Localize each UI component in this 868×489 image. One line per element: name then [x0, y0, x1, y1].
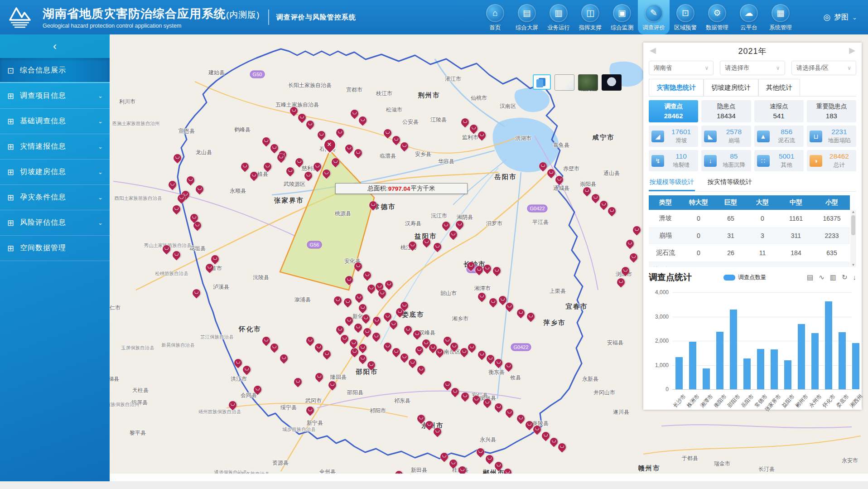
- big-screen-icon: ▤: [518, 4, 536, 22]
- place-label: 资源县: [272, 459, 289, 467]
- refresh-icon[interactable]: ↻: [842, 273, 848, 281]
- eye-icon[interactable]: ◎: [823, 12, 830, 22]
- top-nav: ⌂ 首页▤ 综合大屏▥ 业务运行◫ 指挥支撑▣ 综合监测✎ 调查评价⊡ 区域预警…: [479, 0, 796, 34]
- city-select[interactable]: 请选择市∨: [720, 61, 785, 75]
- chart-legend[interactable]: 调查点数量: [723, 274, 767, 281]
- place-label: 新晃侗族自治县: [161, 342, 195, 349]
- app-header: 湖南省地质灾害防治综合应用系统(内测版) Geological hazard p…: [0, 0, 868, 34]
- land-settlement-icon: ↓: [704, 155, 717, 167]
- ground-fissure-icon: ↯: [651, 155, 664, 167]
- place-label: 洪江市: [231, 375, 247, 383]
- x-axis-tick: 益阳市: [781, 393, 796, 409]
- prev-year-arrow[interactable]: ◀: [650, 45, 656, 55]
- tab-hazard-stats[interactable]: 灾害隐患统计: [649, 79, 704, 96]
- line-chart-icon[interactable]: ∿: [819, 273, 825, 281]
- place-label: 花垣县: [189, 245, 206, 252]
- sidebar-item-basic-survey-info[interactable]: ⊞ 基础调查信息⌄: [0, 109, 110, 134]
- place-label: 城步苗族自治县: [282, 426, 316, 433]
- x-axis-tick: 郴州市: [794, 393, 810, 409]
- place-label: 华容县: [438, 158, 454, 165]
- nav-item-business-operation[interactable]: ▥ 业务运行: [543, 0, 574, 34]
- tab-other-stats[interactable]: 其他统计: [758, 79, 800, 96]
- nav-item-big-screen[interactable]: ▤ 综合大屏: [511, 0, 543, 34]
- place-label: 江陵县: [430, 116, 447, 124]
- card-report-points[interactable]: 速报点541: [754, 100, 804, 122]
- user-menu[interactable]: ◎ 梦图 ⌄: [823, 0, 857, 34]
- street-basemap-thumbnail[interactable]: [555, 74, 574, 91]
- satellite-basemap-thumbnail[interactable]: [578, 74, 598, 91]
- place-label: 龙山县: [196, 149, 212, 156]
- nav-item-system-management[interactable]: ▦ 系统管理: [765, 0, 796, 34]
- place-label: 沅江市: [431, 212, 447, 220]
- x-axis-tick: 永州市: [808, 393, 823, 409]
- card-ground-subsidence-pit[interactable]: ⊔ 2231 地面塌陷: [807, 126, 856, 147]
- x-axis-tick: 湘潭市: [699, 393, 714, 409]
- globe-basemap-thumbnail[interactable]: [602, 74, 622, 91]
- place-label: 衡东县: [488, 368, 505, 376]
- subtab-by-scale-level[interactable]: 按规模等级统计: [649, 174, 695, 191]
- sidebar-item-disaster-report-info[interactable]: ⊞ 灾情速报信息⌄: [0, 134, 110, 160]
- nav-item-cloud-platform[interactable]: ☁ 云平台: [733, 0, 765, 34]
- sidebar-collapse-button[interactable]: ‹: [0, 34, 110, 58]
- place-label: 公安县: [402, 118, 419, 126]
- basemap-switcher: [533, 74, 622, 91]
- tab-slope-housing-stats[interactable]: 切坡建房统计: [704, 79, 758, 96]
- scrollbar-thumb[interactable]: [851, 215, 855, 235]
- card-ground-fissure[interactable]: ↯ 110 地裂缝: [649, 150, 698, 171]
- layers-icon[interactable]: [533, 74, 551, 90]
- place-label: 隆回县: [330, 373, 347, 381]
- table-row: 滑坡0650116116375: [649, 210, 850, 227]
- sidebar-item-risk-assessment-info[interactable]: ⊞ 风险评估信息⌄: [0, 210, 110, 236]
- place-label: 永安市: [842, 457, 858, 465]
- place-label: 新宁县: [307, 419, 323, 427]
- place-label: 潜江市: [445, 75, 461, 83]
- card-landslide[interactable]: ◢ 17601 滑坡: [649, 126, 698, 147]
- place-label: 泸溪县: [213, 283, 229, 291]
- card-debris-flow[interactable]: ▲ 856 泥石流: [754, 126, 804, 147]
- place-label: 湘乡市: [452, 315, 468, 323]
- chevron-down-icon: ⌄: [98, 118, 103, 125]
- sidebar-item-slope-housing-info[interactable]: ⊞ 切坡建房信息⌄: [0, 160, 110, 185]
- card-survey-points[interactable]: 调查点28462: [649, 100, 698, 122]
- nav-item-data-management[interactable]: ⚙ 数据管理: [701, 0, 733, 34]
- sidebar-item-spatial-data-management[interactable]: ⊞ 空间数据管理: [0, 236, 110, 261]
- sidebar-item-hazard-condition-info[interactable]: ⊞ 孕灾条件信息⌄: [0, 185, 110, 210]
- province-boundary: [178, 49, 583, 459]
- card-land-settlement[interactable]: ↓ 85 地面沉降: [701, 150, 751, 171]
- subtab-by-disaster-level[interactable]: 按灾情等级统计: [707, 174, 753, 191]
- bar-chart-icon[interactable]: ▥: [830, 273, 836, 281]
- chevron-down-icon: ∨: [705, 65, 709, 71]
- collapse-icon: ◣: [704, 131, 717, 142]
- nav-item-comprehensive-monitoring[interactable]: ▣ 综合监测: [606, 0, 638, 34]
- nav-item-regional-warning[interactable]: ⊡ 区域预警: [670, 0, 701, 34]
- chevron-down-icon: ⌄: [852, 14, 857, 21]
- sidebar-item-survey-project-info[interactable]: ⊞ 调查项目信息⌄: [0, 83, 110, 109]
- nav-item-survey-evaluation[interactable]: ✎ 调查评价: [638, 0, 670, 34]
- place-label: 汨罗市: [486, 220, 502, 228]
- next-year-arrow[interactable]: ▶: [849, 45, 855, 55]
- header-divider: [268, 10, 269, 25]
- stat-cards: 调查点28462隐患点18434速报点541重要隐患点183 ◢ 17601 滑…: [649, 96, 856, 171]
- sidebar-item-comprehensive-info-display[interactable]: ⊡ 综合信息展示: [0, 58, 110, 83]
- chart-header: 调查点统计 调查点数量 ▤ ∿ ▥ ↻ ↓: [649, 271, 856, 283]
- table-col-header: 大型: [747, 195, 778, 210]
- table-scrollbar[interactable]: ▲ ▼: [850, 210, 856, 267]
- legend-chip: [723, 275, 735, 281]
- card-important-hazard-points[interactable]: 重要隐患点183: [807, 100, 856, 122]
- nav-item-home[interactable]: ⌂ 首页: [479, 0, 511, 34]
- card-collapse[interactable]: ◣ 2578 崩塌: [701, 126, 751, 147]
- data-view-icon[interactable]: ▤: [807, 273, 813, 281]
- scroll-down-icon[interactable]: ▼: [850, 263, 856, 267]
- province-select[interactable]: 湖南省∨: [649, 61, 714, 75]
- card-total[interactable]: ◑ 28462 总计: [807, 150, 856, 171]
- download-icon[interactable]: ↓: [853, 273, 857, 281]
- card-other[interactable]: ∷ 5001 其他: [754, 150, 804, 171]
- card-hazard-points[interactable]: 隐患点18434: [701, 100, 751, 122]
- county-select[interactable]: 请选择县/区∨: [791, 61, 856, 75]
- scroll-up-icon[interactable]: ▲: [850, 210, 856, 214]
- place-label: 通山县: [603, 169, 620, 177]
- nav-item-command-support[interactable]: ◫ 指挥支撑: [574, 0, 606, 34]
- place-label: 恩施土家族苗族自治州: [112, 121, 160, 127]
- place-label: 井冈山市: [593, 389, 615, 397]
- bar-益阳市: [784, 360, 792, 389]
